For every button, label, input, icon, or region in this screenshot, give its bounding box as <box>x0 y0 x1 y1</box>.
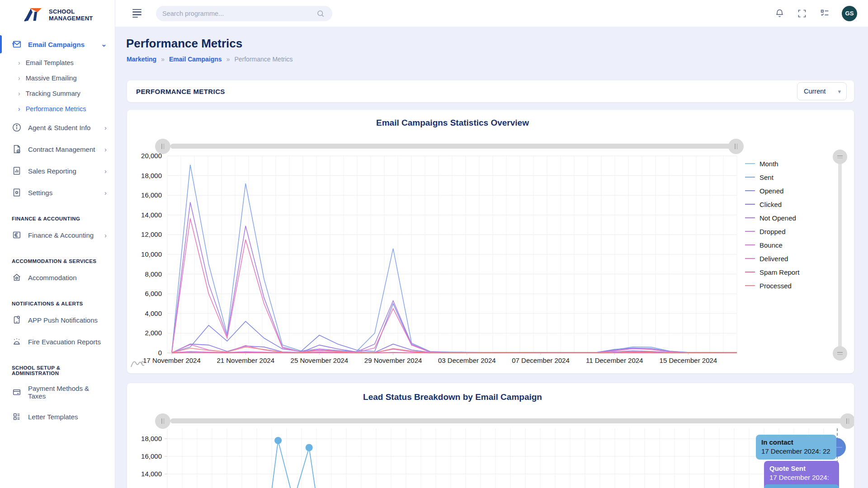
sidebar-item-tracking-summary[interactable]: ›Tracking Summary <box>0 86 115 101</box>
fullscreen-icon[interactable] <box>797 8 807 19</box>
tooltip-partial <box>764 484 839 488</box>
legend-marker <box>745 163 755 164</box>
breadcrumb-separator: » <box>226 56 230 63</box>
active-indicator <box>0 35 2 53</box>
panel-header-title: PERFORMANCE METRICS <box>136 88 797 95</box>
sidebar-item-letter-templates[interactable]: Letter Templates <box>0 406 115 427</box>
svg-text:25 November 2024: 25 November 2024 <box>291 357 349 364</box>
svg-text:03 December 2024: 03 December 2024 <box>438 357 496 364</box>
period-select[interactable]: Current ▾ <box>797 82 847 100</box>
legend-item-not-opened[interactable]: Not Opened <box>745 211 799 225</box>
alarm-icon <box>12 337 22 347</box>
chevron-right-icon: › <box>104 145 107 153</box>
legend-item-dropped[interactable]: Dropped <box>745 225 799 238</box>
chart2-scrollbar-right-handle[interactable] <box>840 413 854 429</box>
chart1-vertical-scrollbar[interactable] <box>838 156 842 353</box>
tooltip-quote-sent: Quote Sent 17 December 2024: 1 <box>764 461 839 488</box>
chart1-vscrollbar-bottom-handle[interactable] <box>833 346 847 361</box>
legend-marker <box>745 244 755 245</box>
amcharts-logo[interactable] <box>131 357 151 370</box>
legend-item-month[interactable]: Month <box>745 157 799 170</box>
search-input[interactable] <box>162 10 315 17</box>
chart2-title: Lead Status Breakdown by Email Campaign <box>127 392 778 402</box>
svg-text:16,000: 16,000 <box>141 452 162 460</box>
svg-text:8,000: 8,000 <box>145 270 162 278</box>
sidebar-item-massive-emailing[interactable]: ›Massive Emailing <box>0 70 115 86</box>
sidebar-section-notifications-alerts: NOTIFICATIONS & ALERTS <box>0 288 115 309</box>
hamburger-menu-icon[interactable] <box>132 8 142 19</box>
svg-text:14,000: 14,000 <box>141 211 162 219</box>
svg-text:2,000: 2,000 <box>145 329 162 337</box>
svg-text:07 December 2024: 07 December 2024 <box>512 357 570 364</box>
sidebar-item-contract-management[interactable]: Contract Management› <box>0 138 115 160</box>
phone-icon <box>12 315 22 325</box>
svg-text:15 December 2024: 15 December 2024 <box>660 357 717 364</box>
sidebar-item-sales-reporting[interactable]: Sales Reporting› <box>0 160 115 182</box>
sidebar: SCHOOL MANAGEMENT Email Campaigns⌄›Email… <box>0 0 115 488</box>
sidebar-item-app-push-notifications[interactable]: APP Push Notifications <box>0 309 115 331</box>
topbar: GS <box>115 0 868 27</box>
chart-card-lead-status: Lead Status Breakdown by Email Campaign … <box>127 383 854 488</box>
legend-marker <box>745 217 755 218</box>
main-content: Performance Metrics Marketing » Email Ca… <box>115 27 868 488</box>
svg-text:0: 0 <box>158 349 162 357</box>
chart1-scrollbar-right-handle[interactable] <box>728 139 744 154</box>
contract-icon <box>12 144 22 154</box>
sidebar-item-settings[interactable]: Settings› <box>0 182 115 203</box>
chart1-scrollbar-left-handle[interactable] <box>155 139 170 154</box>
chevron-right-icon: › <box>104 189 107 197</box>
app-root: SCHOOL MANAGEMENT Email Campaigns⌄›Email… <box>0 0 868 488</box>
tooltip-in-contact: In contact 17 December 2024: 22 <box>756 435 836 460</box>
app-logo[interactable]: SCHOOL MANAGEMENT <box>0 0 115 31</box>
bell-icon[interactable] <box>774 8 785 19</box>
legend-item-bounce[interactable]: Bounce <box>745 238 799 252</box>
sidebar-section-school-setup-administration: SCHOOL SETUP & ADMINISTRATION <box>0 352 115 379</box>
search-icon[interactable] <box>315 8 326 19</box>
chart1-legend: MonthSentOpenedClickedNot OpenedDroppedB… <box>745 157 799 292</box>
chevron-down-icon: ▾ <box>838 88 841 95</box>
sidebar-item-finance-accounting[interactable]: Finance & Accounting› <box>0 224 115 246</box>
svg-text:11 December 2024: 11 December 2024 <box>586 357 643 364</box>
sidebar-item-performance-metrics[interactable]: ›Performance Metrics <box>0 101 115 117</box>
legend-marker <box>745 231 755 232</box>
legend-marker <box>745 285 755 286</box>
svg-text:6,000: 6,000 <box>145 290 162 297</box>
legend-item-spam-report[interactable]: Spam Report <box>745 265 799 279</box>
sidebar-item-email-campaigns[interactable]: Email Campaigns⌄ <box>0 33 115 55</box>
chart1-vscrollbar-top-handle[interactable] <box>833 150 847 164</box>
settings-icon <box>12 188 22 197</box>
topbar-actions: GS <box>774 6 868 21</box>
breadcrumb-email-campaigns[interactable]: Email Campaigns <box>169 56 222 63</box>
legend-marker <box>745 272 755 272</box>
sidebar-item-email-templates[interactable]: ›Email Templates <box>0 55 115 70</box>
tasks-icon[interactable] <box>819 8 830 19</box>
legend-marker <box>745 258 755 259</box>
chevron-down-icon: ⌄ <box>101 40 107 48</box>
bar-chart-icon <box>12 166 22 176</box>
sidebar-section-accommodation-services: ACCOMMODATION & SERVICES <box>0 246 115 267</box>
svg-text:18,000: 18,000 <box>141 435 162 442</box>
legend-marker <box>745 190 755 191</box>
breadcrumb-current: Performance Metrics <box>234 56 292 63</box>
sidebar-item-fire-evacuation-reports[interactable]: Fire Evacuation Reports <box>0 331 115 352</box>
legend-item-sent[interactable]: Sent <box>745 170 799 184</box>
legend-item-delivered[interactable]: Delivered <box>745 252 799 265</box>
breadcrumb-separator: » <box>161 56 165 63</box>
envelope-icon <box>12 39 22 49</box>
legend-marker <box>745 204 755 205</box>
avatar[interactable]: GS <box>842 6 857 21</box>
breadcrumb-marketing[interactable]: Marketing <box>127 56 156 63</box>
chart2-scrollbar-left-handle[interactable] <box>155 413 170 429</box>
sidebar-item-accommodation[interactable]: Accommodation <box>0 267 115 288</box>
card-icon <box>12 387 22 397</box>
chevron-right-icon: › <box>18 90 20 97</box>
svg-text:4,000: 4,000 <box>145 310 162 317</box>
chart1-horizontal-scrollbar[interactable] <box>170 144 736 149</box>
legend-item-processed[interactable]: Processed <box>745 279 799 292</box>
sidebar-item-agent-student-info[interactable]: Agent & Student Info› <box>0 117 115 138</box>
legend-item-opened[interactable]: Opened <box>745 184 799 197</box>
home-icon <box>12 272 22 282</box>
chart2-horizontal-scrollbar[interactable] <box>170 418 849 423</box>
sidebar-item-payment-methods-taxes[interactable]: Payment Methods & Taxes <box>0 379 115 406</box>
legend-item-clicked[interactable]: Clicked <box>745 197 799 211</box>
